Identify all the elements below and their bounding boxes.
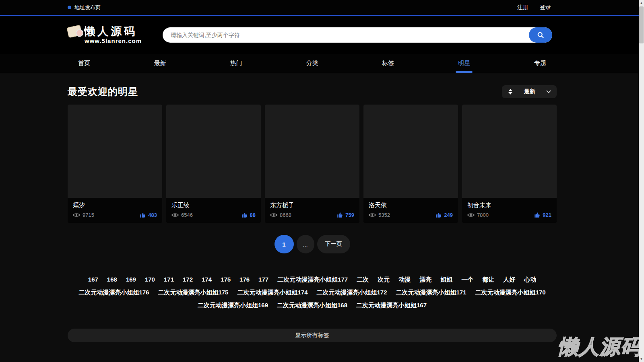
nav-item-hot[interactable]: 热门 — [225, 54, 248, 73]
thumbs-up-icon — [242, 212, 248, 218]
tag-link[interactable]: 次元 — [378, 276, 390, 284]
tag-link[interactable]: 二次元动漫漂亮小姐姐167 — [356, 302, 427, 309]
main-content: 最受欢迎的明星 最新 嫣汐 — [0, 73, 644, 362]
tag-link[interactable]: 二次元动漫漂亮小姐姐177 — [277, 276, 348, 284]
pagination: 1 ... 下一页 — [68, 235, 557, 253]
eye-icon — [467, 212, 475, 218]
tag-link[interactable]: 174 — [202, 276, 212, 284]
search-bar — [163, 27, 552, 43]
nav-item-category[interactable]: 分类 — [300, 54, 324, 73]
logo-title: 懒人源码 — [84, 26, 137, 37]
blue-dot-icon — [68, 6, 71, 9]
star-thumbnail — [265, 105, 359, 198]
scroll-down-arrow-icon[interactable]: ▼ — [639, 356, 644, 362]
star-card[interactable]: 初音未来 7800 9 — [462, 105, 557, 223]
tag-link[interactable]: 人好 — [503, 276, 515, 284]
page-button-1[interactable]: 1 — [275, 235, 294, 253]
eye-icon — [171, 212, 179, 218]
tag-link[interactable]: 171 — [164, 276, 174, 284]
show-all-tags-button[interactable]: 显示所有标签 — [68, 329, 557, 342]
eye-icon — [369, 212, 376, 218]
star-card[interactable]: 东方栀子 8668 7 — [265, 105, 359, 223]
sort-dropdown[interactable]: 最新 — [502, 85, 557, 98]
star-card[interactable]: 嫣汐 9715 483 — [68, 105, 162, 223]
thumbs-up-icon — [436, 212, 442, 218]
tag-link[interactable]: 二次元动漫漂亮小姐姐176 — [78, 289, 149, 296]
thumbs-up-icon — [140, 212, 146, 218]
tag-link[interactable]: 172 — [183, 276, 193, 284]
auth-links: 注册 登录 — [517, 4, 557, 11]
tag-link[interactable]: 二次 — [357, 276, 369, 284]
tag-link[interactable]: 动漫 — [398, 276, 411, 284]
tag-link[interactable]: 都让 — [482, 276, 494, 284]
tag-link[interactable]: 二次元动漫漂亮小姐姐171 — [396, 289, 466, 296]
tag-link[interactable]: 二次元动漫漂亮小姐姐175 — [158, 289, 228, 296]
nav-item-tags[interactable]: 标签 — [376, 54, 400, 73]
like-count: 88 — [250, 212, 256, 218]
star-thumbnail — [166, 105, 261, 198]
star-card[interactable]: 乐正绫 6546 88 — [166, 105, 261, 223]
pig-logo-icon — [67, 25, 83, 38]
topbar: 地址发布页 注册 登录 — [0, 0, 644, 16]
star-card-grid: 嫣汐 9715 483 — [68, 105, 557, 223]
main-nav: 首页 最新 热门 分类 标签 明星 专题 — [0, 54, 644, 73]
star-thumbnail — [462, 105, 557, 198]
view-count: 5352 — [378, 212, 390, 218]
tag-link[interactable]: 二次元动漫漂亮小姐姐169 — [198, 302, 268, 309]
chevron-down-icon — [546, 88, 551, 93]
register-link[interactable]: 注册 — [517, 4, 528, 11]
tag-link[interactable]: 170 — [145, 276, 155, 284]
nav-item-topics[interactable]: 专题 — [528, 54, 552, 73]
next-page-button[interactable]: 下一页 — [317, 235, 350, 253]
sort-direction-icon — [508, 89, 512, 95]
tag-link[interactable]: 177 — [258, 276, 268, 284]
browser-scrollbar[interactable]: ▲ ▼ — [639, 0, 644, 362]
tag-link[interactable]: 176 — [239, 276, 250, 284]
sort-selected-value: 最新 — [524, 88, 535, 95]
nav-item-latest[interactable]: 最新 — [149, 54, 172, 73]
star-name: 乐正绫 — [171, 202, 256, 209]
eye-icon — [73, 212, 80, 218]
page-ellipsis[interactable]: ... — [297, 235, 314, 253]
address-publish-label: 地址发布页 — [74, 4, 101, 11]
tag-link[interactable]: 二次元动漫漂亮小姐姐174 — [237, 289, 308, 296]
like-count: 483 — [148, 212, 157, 218]
thumbs-up-icon — [534, 212, 540, 218]
nav-item-stars[interactable]: 明星 — [452, 54, 476, 73]
view-count: 9715 — [83, 212, 94, 218]
tag-link[interactable]: 一个 — [461, 276, 473, 284]
login-link[interactable]: 登录 — [540, 4, 551, 11]
tag-cloud: 167 168 169 170 171 172 174 175 176 177 … — [68, 276, 557, 309]
star-name: 初音未来 — [467, 202, 551, 209]
tag-link[interactable]: 175 — [221, 276, 231, 284]
star-card[interactable]: 洛天依 5352 24 — [363, 105, 458, 223]
star-name: 东方栀子 — [270, 202, 354, 209]
star-thumbnail — [363, 105, 458, 198]
view-count: 6546 — [181, 212, 193, 218]
search-button[interactable] — [529, 27, 552, 43]
scroll-up-arrow-icon[interactable]: ▲ — [639, 0, 644, 6]
search-icon — [537, 31, 545, 39]
tag-link[interactable]: 二次元动漫漂亮小姐姐170 — [475, 289, 546, 296]
like-count: 759 — [345, 212, 354, 218]
star-name: 嫣汐 — [73, 202, 157, 209]
site-logo[interactable]: 懒人源码 www.5lanren.com — [68, 26, 142, 44]
tag-link[interactable]: 169 — [126, 276, 136, 284]
tag-link[interactable]: 漂亮 — [419, 276, 431, 284]
tag-link[interactable]: 二次元动漫漂亮小姐姐172 — [317, 289, 387, 296]
scrollbar-thumb[interactable] — [639, 6, 644, 43]
search-input[interactable] — [163, 27, 552, 43]
tag-row: 二次元动漫漂亮小姐姐169 二次元动漫漂亮小姐姐168 二次元动漫漂亮小姐姐16… — [68, 302, 557, 309]
tag-link[interactable]: 二次元动漫漂亮小姐姐168 — [277, 302, 347, 309]
nav-item-home[interactable]: 首页 — [72, 54, 96, 73]
tag-link[interactable]: 167 — [88, 276, 98, 284]
address-publish-link[interactable]: 地址发布页 — [68, 4, 101, 11]
tag-row: 167 168 169 170 171 172 174 175 176 177 … — [68, 276, 557, 284]
like-count: 921 — [543, 212, 551, 218]
tag-link[interactable]: 姐姐 — [440, 276, 452, 284]
like-count: 249 — [444, 212, 453, 218]
tag-link[interactable]: 168 — [107, 276, 117, 284]
tag-link[interactable]: 心动 — [524, 276, 536, 284]
logo-subtitle: www.5lanren.com — [68, 38, 142, 44]
tag-row: 二次元动漫漂亮小姐姐176 二次元动漫漂亮小姐姐175 二次元动漫漂亮小姐姐17… — [68, 289, 557, 296]
